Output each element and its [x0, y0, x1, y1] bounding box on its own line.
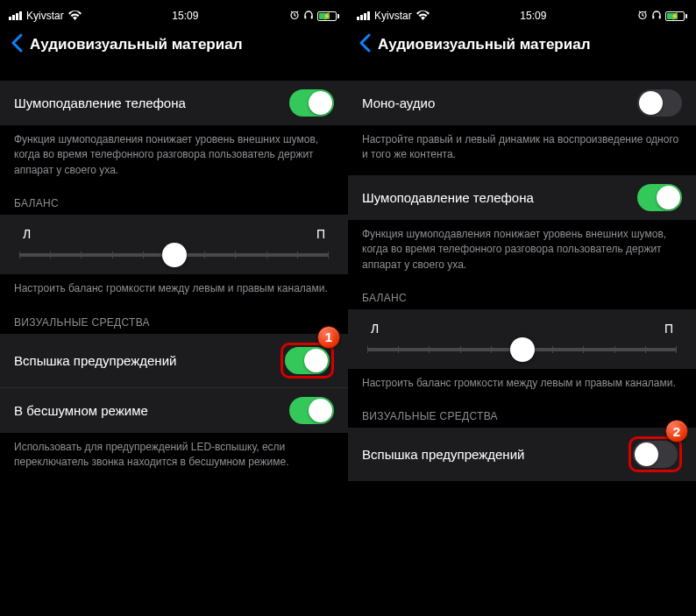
- noise-cancellation-toggle[interactable]: [289, 89, 334, 117]
- headphones-icon: [303, 10, 314, 23]
- noise-cancellation-toggle[interactable]: [637, 184, 682, 211]
- status-bar: Kyivstar 15:09 ⚡: [0, 7, 348, 25]
- row-mono-audio: Моно-аудио: [348, 81, 696, 125]
- row-silent-mode: В бесшумном режиме: [0, 387, 348, 433]
- callout-badge-1: 1: [317, 326, 340, 349]
- clock-label: 15:09: [520, 10, 546, 22]
- page-title: Аудиовизуальный материал: [30, 36, 242, 53]
- silent-mode-label: В бесшумном режиме: [14, 403, 289, 418]
- alarm-icon: [289, 10, 300, 23]
- visual-group-title: ВИЗУАЛЬНЫЕ СРЕДСТВА: [348, 403, 696, 428]
- balance-slider-row: Л П: [348, 309, 696, 369]
- svg-rect-4: [652, 16, 654, 19]
- balance-left-label: Л: [371, 322, 379, 336]
- balance-slider[interactable]: [19, 253, 329, 257]
- svg-rect-2: [311, 16, 313, 19]
- wifi-icon: [416, 10, 430, 23]
- flash-alerts-toggle[interactable]: [633, 441, 678, 468]
- mono-audio-toggle[interactable]: [637, 89, 682, 117]
- nav-header: Аудиовизуальный материал: [348, 25, 696, 65]
- balance-footer: Настроить баланс громкости между левым и…: [348, 369, 696, 403]
- row-flash-alerts: Вспышка предупреждений 2: [348, 428, 696, 481]
- balance-left-label: Л: [23, 227, 31, 241]
- page-title: Аудиовизуальный материал: [378, 36, 590, 53]
- battery-icon: ⚡: [317, 11, 339, 21]
- noise-cancellation-label: Шумоподавление телефона: [14, 96, 289, 110]
- alarm-icon: [637, 10, 648, 23]
- mono-audio-label: Моно-аудио: [362, 96, 637, 110]
- balance-group-title: БАЛАНС: [0, 190, 348, 215]
- balance-right-label: П: [664, 322, 673, 336]
- carrier-label: Kyivstar: [374, 10, 412, 22]
- balance-footer: Настроить баланс громкости между левым и…: [0, 274, 348, 308]
- mono-audio-footer: Настройте правый и левый динамик на восп…: [348, 125, 696, 175]
- balance-right-label: П: [316, 227, 325, 241]
- flash-alerts-label: Вспышка предупреждений: [14, 353, 281, 368]
- noise-cancellation-footer: Функция шумоподавления понижает уровень …: [348, 220, 696, 285]
- balance-group-title: БАЛАНС: [348, 285, 696, 309]
- callout-badge-2: 2: [665, 420, 688, 443]
- balance-slider[interactable]: [367, 348, 677, 351]
- balance-slider-row: Л П: [0, 215, 348, 274]
- noise-cancellation-footer: Функция шумоподавления понижает уровень …: [0, 125, 348, 190]
- nav-header: Аудиовизуальный материал: [0, 25, 348, 65]
- flash-alerts-label: Вспышка предупреждений: [362, 447, 629, 462]
- status-bar: Kyivstar 15:09 ⚡: [348, 7, 696, 25]
- row-flash-alerts: Вспышка предупреждений 1: [0, 334, 348, 387]
- back-button[interactable]: [11, 33, 23, 56]
- flash-alerts-toggle[interactable]: [285, 347, 330, 374]
- visual-footer: Использовать для предупреждений LED-вспы…: [0, 433, 348, 483]
- wifi-icon: [68, 10, 82, 23]
- screen-right: Kyivstar 15:09 ⚡ Аудиовизуальный материа…: [348, 0, 696, 616]
- carrier-label: Kyivstar: [26, 10, 64, 22]
- screen-left: Kyivstar 15:09 ⚡ Аудиовизуальный материа…: [0, 0, 348, 616]
- row-noise-cancellation: Шумоподавление телефона: [0, 81, 348, 125]
- headphones-icon: [651, 10, 662, 23]
- noise-cancellation-label: Шумоподавление телефона: [362, 190, 637, 205]
- callout-2: 2: [629, 436, 682, 472]
- signal-icon: [9, 11, 22, 20]
- back-button[interactable]: [359, 33, 371, 56]
- clock-label: 15:09: [172, 10, 198, 22]
- svg-rect-5: [659, 16, 661, 19]
- visual-group-title: ВИЗУАЛЬНЫЕ СРЕДСТВА: [0, 309, 348, 334]
- callout-1: 1: [281, 343, 334, 379]
- battery-icon: ⚡: [665, 11, 687, 21]
- row-noise-cancellation: Шумоподавление телефона: [348, 175, 696, 220]
- svg-rect-1: [304, 16, 306, 19]
- silent-mode-toggle[interactable]: [289, 397, 334, 424]
- signal-icon: [357, 11, 370, 20]
